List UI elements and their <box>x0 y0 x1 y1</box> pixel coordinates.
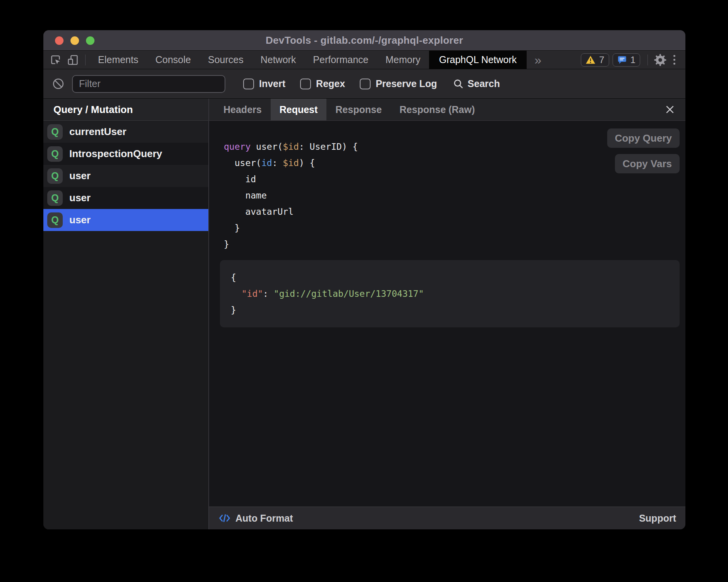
tab-elements[interactable]: Elements <box>89 51 147 69</box>
chat-icon <box>617 55 627 65</box>
query-type-badge: Q <box>47 212 63 228</box>
code-line: avatarUrl <box>224 204 680 220</box>
variables-code: { "id": "gid://gitlab/User/13704317"} <box>231 269 669 318</box>
request-list: QcurrentUserQIntrospectionQueryQuserQuse… <box>43 121 208 231</box>
issues-badge[interactable]: 1 <box>613 53 640 67</box>
more-options-kebab-icon[interactable] <box>669 55 680 65</box>
checkbox-box[interactable] <box>360 79 371 89</box>
devtools-tab-strip: ElementsConsoleSourcesNetworkPerformance… <box>89 51 527 69</box>
query-type-badge: Q <box>47 146 63 162</box>
filter-input[interactable] <box>72 75 225 93</box>
more-tabs-chevron-icon[interactable]: » <box>527 51 549 69</box>
devtools-window: DevTools - gitlab.com/-/graphql-explorer… <box>43 30 685 529</box>
support-link[interactable]: Support <box>639 513 676 524</box>
auto-format-label[interactable]: Auto Format <box>235 513 293 524</box>
list-item-label: IntrospectionQuery <box>69 148 162 160</box>
list-item-currentuser[interactable]: QcurrentUser <box>43 121 208 143</box>
list-item-label: currentUser <box>69 126 126 138</box>
copy-query-button[interactable]: Copy Query <box>607 128 680 148</box>
detail-tab-response-raw[interactable]: Response (Raw) <box>391 99 484 120</box>
code-line: } <box>231 302 669 318</box>
window-title: DevTools - gitlab.com/-/graphql-explorer <box>266 34 463 46</box>
checkbox-box[interactable] <box>243 79 254 89</box>
code-line: id <box>224 171 680 187</box>
checkbox-label: Preserve Log <box>376 78 437 89</box>
checkbox-preserve-log[interactable]: Preserve Log <box>360 78 437 89</box>
zoom-window-button[interactable] <box>86 36 94 45</box>
tab-performance[interactable]: Performance <box>304 51 377 69</box>
sidebar-filler <box>43 231 208 529</box>
detail-tabs-container: HeadersRequestResponseResponse (Raw) <box>215 99 484 120</box>
traffic-lights <box>55 36 94 45</box>
checkbox-label: Invert <box>259 78 285 89</box>
list-item-user[interactable]: Quser <box>43 209 208 231</box>
code-line: } <box>224 220 680 236</box>
detail-tab-request[interactable]: Request <box>271 99 327 120</box>
clear-block-icon[interactable] <box>50 75 67 93</box>
close-icon[interactable] <box>663 103 677 116</box>
status-footer: Auto Format Support <box>209 507 685 529</box>
code-line: name <box>224 187 680 204</box>
code-line: } <box>224 236 680 252</box>
tab-network[interactable]: Network <box>252 51 305 69</box>
list-item-introspectionquery[interactable]: QIntrospectionQuery <box>43 143 208 165</box>
settings-gear-icon[interactable] <box>652 51 669 69</box>
inspect-element-icon[interactable] <box>47 51 64 69</box>
search-icon <box>453 78 464 89</box>
filter-checkboxes: InvertRegexPreserve Log <box>243 78 437 89</box>
detail-panel: HeadersRequestResponseResponse (Raw) Cop… <box>209 99 685 529</box>
request-view: Copy Query Copy Vars query user($id: Use… <box>209 121 685 507</box>
query-type-badge: Q <box>47 124 63 140</box>
device-toolbar-icon[interactable] <box>64 51 81 69</box>
tab-graphql-network[interactable]: GraphQL Network <box>429 51 527 69</box>
copy-vars-button[interactable]: Copy Vars <box>615 154 680 173</box>
query-type-badge: Q <box>47 168 63 184</box>
variables-box: { "id": "gid://gitlab/User/13704317"} <box>220 260 680 327</box>
list-item-user[interactable]: Quser <box>43 165 208 187</box>
list-item-user[interactable]: Quser <box>43 187 208 209</box>
sidebar-header: Query / Mutation <box>43 99 208 121</box>
tab-console[interactable]: Console <box>147 51 199 69</box>
sidebar: Query / Mutation QcurrentUserQIntrospect… <box>43 99 209 529</box>
query-type-badge: Q <box>47 190 63 206</box>
checkbox-label: Regex <box>316 78 345 89</box>
detail-tab-headers[interactable]: Headers <box>215 99 271 120</box>
warning-icon <box>585 55 596 65</box>
tab-sources[interactable]: Sources <box>199 51 252 69</box>
close-window-button[interactable] <box>55 36 64 45</box>
title-bar: DevTools - gitlab.com/-/graphql-explorer <box>43 30 685 51</box>
warnings-count: 7 <box>599 55 604 65</box>
tab-memory[interactable]: Memory <box>377 51 429 69</box>
checkbox-invert[interactable]: Invert <box>243 78 285 89</box>
list-item-label: user <box>69 192 91 204</box>
issues-count: 1 <box>630 55 635 65</box>
checkbox-regex[interactable]: Regex <box>300 78 345 89</box>
code-line: { <box>231 269 669 286</box>
main-content: Query / Mutation QcurrentUserQIntrospect… <box>43 99 685 529</box>
filter-bar: InvertRegexPreserve Log Search <box>43 69 685 99</box>
code-line: "id": "gid://gitlab/User/13704317" <box>231 286 669 302</box>
toolbar-divider <box>85 55 86 65</box>
auto-format-icon[interactable] <box>218 512 231 524</box>
devtools-toolbar: ElementsConsoleSourcesNetworkPerformance… <box>43 51 685 69</box>
warnings-badge[interactable]: 7 <box>581 53 609 67</box>
checkbox-box[interactable] <box>300 79 311 89</box>
minimize-window-button[interactable] <box>70 36 79 45</box>
detail-tab-strip: HeadersRequestResponseResponse (Raw) <box>209 99 685 121</box>
list-item-label: user <box>69 214 91 226</box>
list-item-label: user <box>69 170 91 182</box>
copy-buttons: Copy Query Copy Vars <box>607 128 680 173</box>
toolbar-divider <box>647 55 648 65</box>
detail-tab-response[interactable]: Response <box>326 99 390 120</box>
search-control[interactable]: Search <box>453 78 500 89</box>
search-label: Search <box>468 78 500 89</box>
